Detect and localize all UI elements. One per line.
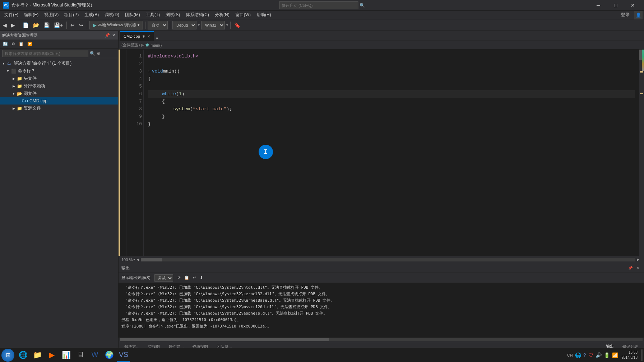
se-filter-button[interactable]: 🔽 (26, 41, 34, 47)
se-search-input[interactable] (2, 50, 88, 57)
menu-help[interactable]: 帮助(H) (254, 11, 274, 19)
zoom-dropdown-icon[interactable]: ▾ (133, 257, 135, 261)
menubar: 文件(F) 编辑(E) 视图(V) 项目(P) 生成(B) 调试(D) 团队(M… (0, 11, 644, 19)
menu-window[interactable]: 窗口(W) (232, 11, 254, 19)
taskbar-ie2-icon[interactable]: 🌍 (103, 349, 116, 362)
zoom-right-icon[interactable]: ▶ (637, 257, 640, 261)
menu-analyze[interactable]: 分析(N) (212, 11, 232, 19)
configuration-dropdown[interactable]: Debug (172, 21, 196, 29)
tree-headers-folder[interactable]: ▶ 📁 头文件 (0, 75, 118, 82)
tab-overflow-button[interactable]: ▼ (155, 36, 159, 41)
taskbar-word-icon[interactable]: W (88, 349, 101, 362)
menu-arch[interactable]: 体系结构(C) (183, 11, 212, 19)
collapse-3-icon[interactable]: ⊟ (148, 68, 150, 75)
output-wrap-button[interactable]: ↵ (191, 275, 198, 281)
code-content[interactable]: I #include<stdlib.h> ⊟ void main() { (144, 50, 639, 256)
taskbar-clock[interactable]: 15:53 2014/3/18 (622, 350, 638, 360)
login-button[interactable]: 登录 (618, 11, 633, 19)
code-line-10: } (148, 120, 635, 128)
project-icon: ⬛ (11, 68, 17, 74)
taskbar-win-icon[interactable]: 🖥 (74, 349, 87, 362)
code-line-8: system ( “start calc” ); (148, 105, 635, 113)
se-refresh-button[interactable]: 🔄 (1, 41, 9, 47)
extdeps-folder-icon: 📁 (17, 83, 22, 89)
user-icon: 👤 (634, 11, 643, 19)
undo-button[interactable]: ↩ (69, 22, 76, 29)
cpp-file-icon: C++ (22, 98, 28, 104)
bookmark-button[interactable]: 🔖 (233, 22, 242, 29)
code-indent-1 (148, 90, 162, 98)
menu-debug[interactable]: 调试(D) (102, 11, 122, 19)
minimize-button[interactable]: ─ (590, 0, 607, 11)
menu-view[interactable]: 视图(V) (41, 11, 61, 19)
se-settings-icon: ⚙ (97, 51, 101, 56)
tree-externaldeps-folder[interactable]: ▶ 📁 外部依赖项 (0, 82, 118, 90)
output-toolbar: 显示输出来源(S): 调试 ⊘ 📋 ↵ ⬇ (119, 273, 644, 283)
redo-button[interactable]: ↪ (78, 22, 85, 29)
solution-explorer-search: 🔍 ⚙ (0, 49, 118, 58)
taskbar-media-icon[interactable]: ▶ (45, 349, 58, 362)
code-open-brace-2: { (162, 98, 165, 105)
menu-file[interactable]: 文件(F) (1, 11, 21, 19)
quick-launch-input[interactable] (279, 1, 358, 9)
output-copy-button[interactable]: 📋 (183, 275, 191, 281)
src-expand-icon: ▼ (11, 92, 16, 96)
navigate-back-button[interactable]: ◀ (1, 22, 8, 29)
se-show-files-button[interactable]: 📋 (17, 41, 25, 47)
tab-cmd-cpp[interactable]: CMD.cpp ✱ ✕ (120, 31, 154, 41)
new-project-button[interactable]: 📄 (21, 22, 30, 29)
output-clear-button[interactable]: ⊘ (176, 275, 182, 281)
output-source-select[interactable]: 调试 (154, 274, 173, 282)
debug-start-button[interactable]: ▶ 本地 Windows 调试器 ▾ (89, 21, 143, 29)
start-button[interactable]: ⊞ (1, 349, 14, 362)
right-scrollbar[interactable] (639, 50, 644, 256)
code-line-4: { (148, 75, 635, 83)
h-scroll-thumb[interactable] (141, 258, 162, 261)
menu-edit[interactable]: 编辑(E) (21, 11, 41, 19)
output-autoscroll-button[interactable]: ⬇ (198, 275, 204, 281)
output-close-button[interactable]: ✕ (635, 265, 641, 271)
tree-solution[interactable]: ▼ 🗂 解决方案 '命令行？' (1 个项目) (0, 60, 118, 67)
taskbar-ie-icon[interactable]: 🌐 (17, 349, 29, 362)
maximize-button[interactable]: □ (607, 0, 624, 11)
close-button[interactable]: ✕ (625, 0, 641, 11)
main-area: 解决方案资源管理器 📌 ✕ 🔄 ⚙ 📋 🔽 🔍 ⚙ ▼ 🗂 解决方案 '命令行？… (0, 31, 644, 351)
se-close-button[interactable]: ✕ (111, 33, 116, 38)
taskbar-ppt-icon[interactable]: 📊 (60, 349, 73, 362)
menu-team[interactable]: 团队(M) (122, 11, 143, 19)
output-line-5: "命令行？.exe" (Win32): 已加载 "C:\Windows\Syst… (121, 310, 641, 317)
se-properties-button[interactable]: ⚙ (10, 41, 17, 47)
output-pin-button[interactable]: 📌 (627, 265, 634, 271)
menu-project[interactable]: 项目(P) (61, 11, 82, 19)
taskbar-vs-icon[interactable]: VS (117, 349, 130, 362)
systray-wifi-icon: 📶 (612, 352, 618, 358)
zoom-left-icon[interactable]: ◀ (136, 257, 139, 261)
output-h-scroll-thumb[interactable] (120, 338, 329, 341)
tree-project[interactable]: ▼ ⬛ 命令行？ (0, 67, 118, 75)
tree-resfiles-folder[interactable]: ▶ 📁 资源文件 (0, 105, 118, 112)
horizontal-scrollbar[interactable] (141, 258, 635, 261)
open-button[interactable]: 📂 (32, 22, 41, 29)
platform-dropdown-arrow: ▾ (226, 23, 228, 27)
show-desktop-button[interactable] (641, 349, 643, 361)
taskbar-folder-icon[interactable]: 📁 (31, 349, 44, 362)
tab-close-button[interactable]: ✕ (147, 34, 150, 38)
se-pin-button[interactable]: 📌 (104, 33, 111, 38)
tree-sourcefiles-folder[interactable]: ▼ 📂 源文件 (0, 90, 118, 97)
solution-explorer-header: 解决方案资源管理器 📌 ✕ (0, 31, 118, 40)
save-button[interactable]: 💾 (42, 22, 51, 29)
navigate-forward-button[interactable]: ▶ (10, 22, 17, 29)
debug-dropdown-arrow[interactable]: ▾ (138, 23, 140, 27)
menu-build[interactable]: 生成(B) (82, 11, 102, 19)
tree-cmd-cpp[interactable]: C++ CMD.cpp (0, 97, 118, 105)
output-h-scrollbar[interactable] (119, 338, 644, 342)
platform-dropdown[interactable]: Win32 (201, 21, 225, 29)
code-paren-close: ); (226, 105, 232, 113)
menu-tools[interactable]: 工具(T) (143, 11, 163, 19)
code-editor[interactable]: 1 2 3 4 5 6 7 8 9 10 I #include<stdlib (119, 50, 644, 256)
save-all-button[interactable]: 💾+ (52, 22, 64, 29)
menu-test[interactable]: 测试(S) (163, 11, 183, 19)
attach-mode-dropdown[interactable]: 自动 (148, 21, 168, 29)
editor-tabs-bar: CMD.cpp ✱ ✕ ▼ (119, 31, 644, 41)
folder-icon: 📁 (33, 351, 42, 359)
